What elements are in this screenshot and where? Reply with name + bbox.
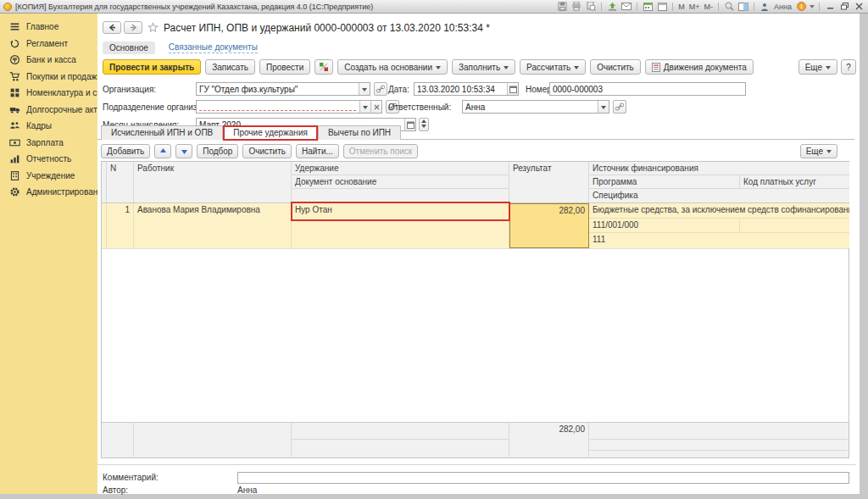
- cart-icon: [9, 71, 20, 82]
- dt-kt-button[interactable]: [314, 59, 333, 75]
- open-link-button[interactable]: [613, 100, 626, 114]
- nav-tab-main[interactable]: Основное: [103, 42, 155, 54]
- info-icon[interactable]: i: [795, 2, 807, 12]
- calculate-button[interactable]: Рассчитать: [520, 59, 586, 75]
- sidebar-item-main[interactable]: Главное: [0, 19, 97, 36]
- col-header-worker[interactable]: Работник: [134, 162, 292, 202]
- open-link-button[interactable]: [374, 82, 387, 96]
- col-header-source[interactable]: Источник финансирования: [589, 162, 849, 175]
- print-icon[interactable]: [570, 2, 582, 12]
- tab-other-deductions[interactable]: Прочие удержания: [223, 125, 318, 140]
- sidebar-item-assets[interactable]: Долгосрочные активы: [0, 102, 97, 119]
- cell-base-doc[interactable]: [292, 219, 509, 248]
- col-header-deduction[interactable]: Удержание: [292, 162, 509, 175]
- document-movements-button[interactable]: Движения документа: [645, 59, 754, 75]
- post-and-close-button[interactable]: Провести и закрыть: [103, 59, 201, 75]
- calc-memory-plus-button[interactable]: М+: [688, 3, 701, 11]
- tab-ipn-deductions[interactable]: Вычеты по ИПН: [318, 125, 401, 140]
- fill-button[interactable]: Заполнить: [452, 59, 515, 75]
- favorite-star-icon[interactable]: [147, 22, 159, 33]
- tab-calculated-ipn-opv[interactable]: Исчисленный ИПН и ОПВ: [101, 125, 223, 140]
- col-header-program[interactable]: Программа: [589, 175, 740, 189]
- spin-up-icon[interactable]: [421, 117, 426, 123]
- close-button[interactable]: [853, 2, 865, 12]
- cell-paid-code[interactable]: [740, 219, 849, 233]
- sidebar-item-reglament[interactable]: Регламент: [0, 36, 97, 53]
- clear-x-icon: [374, 104, 380, 110]
- toolbar-more-button[interactable]: Еще: [798, 59, 837, 75]
- move-down-button[interactable]: [175, 144, 192, 158]
- sidebar-item-administration[interactable]: Администрирование: [0, 184, 97, 201]
- sidebar-item-nomenclature[interactable]: Номенклатура и склад: [0, 85, 97, 102]
- building-icon: [9, 170, 20, 181]
- date-field[interactable]: 13.03.2020 10:53:34: [414, 82, 519, 96]
- minimize-button[interactable]: [824, 2, 836, 12]
- split-panel-icon[interactable]: [737, 2, 749, 12]
- author-value: Анна: [237, 485, 257, 495]
- back-button[interactable]: [103, 21, 121, 34]
- send-icon[interactable]: [606, 2, 618, 12]
- sidebar-item-salary[interactable]: Зарплата: [0, 135, 97, 152]
- forward-button[interactable]: [124, 21, 142, 34]
- clear-button[interactable]: Очистить: [590, 59, 641, 75]
- spin-down-icon[interactable]: [421, 125, 426, 130]
- dropdown-button[interactable]: [359, 83, 370, 95]
- sidebar-item-hr[interactable]: Кадры: [0, 118, 97, 135]
- pick-button[interactable]: Подбор: [197, 144, 238, 158]
- restore-button[interactable]: [838, 2, 850, 12]
- nav-link-related-documents[interactable]: Связанные документы: [169, 42, 258, 53]
- gear-icon: [9, 186, 20, 197]
- add-row-button[interactable]: Добавить: [101, 144, 150, 158]
- dropdown-caret-icon: [826, 150, 832, 156]
- find-button[interactable]: Найти...: [296, 144, 339, 158]
- save-button[interactable]: Записать: [205, 59, 255, 75]
- sidebar-item-purchases[interactable]: Покупки и продажи: [0, 69, 97, 86]
- zoom-icon[interactable]: [723, 2, 735, 12]
- cell-worker[interactable]: Аванова Мария Владимировна: [134, 203, 292, 248]
- col-header-base-doc[interactable]: Документ основание: [292, 175, 509, 189]
- cell-n[interactable]: 1: [107, 203, 134, 248]
- cell-program[interactable]: 111/001/000: [589, 219, 740, 233]
- move-up-button[interactable]: [154, 144, 171, 158]
- calendar-picker-icon[interactable]: [507, 83, 518, 95]
- comment-field[interactable]: [237, 472, 849, 484]
- help-button[interactable]: ?: [841, 59, 856, 75]
- calc-memory-button[interactable]: М: [677, 3, 686, 11]
- post-button[interactable]: Провести: [259, 59, 310, 75]
- cell-specifics[interactable]: 111: [589, 233, 849, 248]
- current-user-name[interactable]: Анна: [773, 3, 793, 11]
- organization-label: Организация:: [103, 85, 156, 94]
- info-caret-icon[interactable]: [810, 5, 815, 11]
- calendar-day-icon[interactable]: [656, 2, 668, 12]
- col-header-paid-code[interactable]: Код платных услуг: [740, 175, 849, 189]
- sidebar-item-bank[interactable]: Банк и касса: [0, 52, 97, 69]
- print-preview-icon[interactable]: [585, 2, 597, 12]
- col-header-result[interactable]: Результат: [509, 162, 589, 202]
- dropdown-button[interactable]: [359, 101, 370, 113]
- month-spinner[interactable]: [419, 118, 429, 131]
- calc-memory-minus-button[interactable]: М-: [704, 3, 715, 11]
- calendar-icon[interactable]: [642, 2, 654, 12]
- cell-deduction[interactable]: Нур Отан: [292, 203, 509, 219]
- create-based-on-button[interactable]: Создать на основании: [337, 59, 448, 75]
- footer-total-result: 282,00: [509, 423, 589, 458]
- cell-result-selected[interactable]: 282,00: [509, 203, 589, 248]
- dropdown-button[interactable]: [598, 101, 609, 113]
- mail-icon[interactable]: [620, 2, 632, 12]
- calendar-picker-icon[interactable]: [404, 119, 415, 130]
- clear-rows-button[interactable]: Очистить: [242, 144, 292, 158]
- col-header-n[interactable]: N: [107, 162, 134, 202]
- grid-more-button[interactable]: Еще: [800, 144, 837, 158]
- department-field[interactable]: [196, 100, 382, 114]
- title-bar: [КОПИЯ] Бухгалтерия для государственных …: [0, 0, 868, 14]
- clear-field-button[interactable]: [370, 101, 381, 113]
- sidebar-item-institution[interactable]: Учреждение: [0, 168, 97, 185]
- responsible-field[interactable]: Анна: [462, 100, 609, 114]
- col-header-specifics[interactable]: Специфика: [589, 189, 849, 202]
- save-icon[interactable]: [556, 2, 568, 12]
- sidebar-item-reports[interactable]: Отчетность: [0, 151, 97, 168]
- date-label: Дата:: [388, 85, 409, 94]
- organization-field[interactable]: ГУ "Отдел физ.культуры": [196, 82, 370, 96]
- number-field[interactable]: 0000-000003: [549, 82, 746, 96]
- cell-source[interactable]: Бюджетные средства, за исключением средс…: [589, 203, 849, 219]
